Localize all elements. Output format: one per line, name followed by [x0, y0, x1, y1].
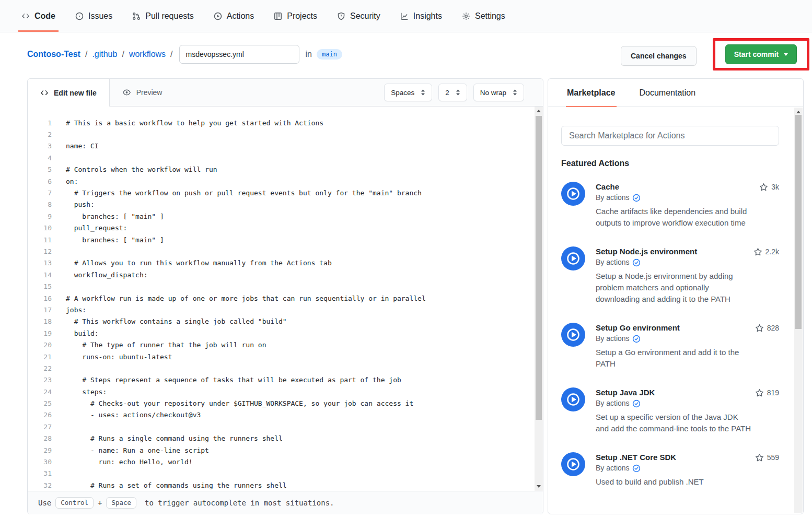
- star-icon[interactable]: [755, 324, 764, 333]
- line-text: runs-on: ubuntu-latest: [52, 353, 172, 361]
- marketplace-action-card: Setup Go environment By actions Setup a …: [561, 323, 779, 370]
- tab-marketplace[interactable]: Marketplace: [567, 79, 616, 107]
- code-line: 8 push:: [28, 199, 535, 210]
- play-circle-icon: [214, 12, 222, 20]
- nav-tab-label: Issues: [88, 11, 112, 21]
- code-icon: [21, 12, 30, 20]
- action-title[interactable]: Setup Node.js environment: [596, 246, 752, 257]
- marketplace-search-input[interactable]: [561, 126, 779, 146]
- line-number: 10: [28, 224, 52, 232]
- nav-tab-label: Projects: [287, 11, 317, 21]
- line-text: # Runs a set of commands using the runne…: [52, 481, 287, 489]
- star-icon[interactable]: [753, 248, 762, 256]
- code-line: 7 # Triggers the workflow on push or pul…: [28, 187, 535, 198]
- code-icon: [40, 89, 49, 97]
- line-number: 5: [28, 166, 52, 173]
- tab-edit-new-file[interactable]: Edit new file: [28, 79, 110, 107]
- action-title[interactable]: Setup .NET Core SDK: [596, 452, 752, 463]
- action-title[interactable]: Setup Java JDK: [596, 387, 752, 398]
- nav-tab-actions[interactable]: Actions: [211, 0, 257, 32]
- code-line: 11 branches: [ "main" ]: [28, 234, 535, 245]
- indent-size-select[interactable]: 2: [438, 84, 467, 101]
- indent-mode-select[interactable]: Spaces: [384, 84, 432, 101]
- in-branch-label: in: [306, 50, 312, 59]
- breadcrumb-separator: /: [170, 50, 172, 59]
- scroll-up-arrow-icon[interactable]: [796, 111, 801, 113]
- wrap-mode-select[interactable]: No wrap: [473, 84, 524, 101]
- line-number: 9: [28, 213, 52, 220]
- action-play-icon[interactable]: [561, 387, 585, 434]
- code-line: 5# Controls when the workflow will run: [28, 164, 535, 175]
- line-number: 30: [28, 458, 52, 466]
- marketplace-scrollbar[interactable]: [794, 108, 803, 513]
- nav-tab-settings[interactable]: Settings: [459, 0, 508, 32]
- line-number: 2: [28, 131, 52, 138]
- nav-tab-insights[interactable]: Insights: [397, 0, 445, 32]
- tab-documentation[interactable]: Documentation: [640, 79, 696, 107]
- filename-input[interactable]: [179, 45, 299, 64]
- branch-badge: main: [317, 49, 342, 60]
- line-number: 22: [28, 364, 52, 372]
- marketplace-action-card: Setup Java JDK By actions Set up a speci…: [561, 387, 779, 434]
- scroll-up-arrow-icon[interactable]: [537, 110, 541, 112]
- marketplace-scrollbar-thumb[interactable]: [795, 115, 802, 329]
- line-number: 14: [28, 271, 52, 279]
- action-play-icon[interactable]: [561, 452, 585, 488]
- nav-tab-issues[interactable]: Issues: [72, 0, 115, 32]
- action-author: By actions: [596, 192, 630, 203]
- action-title[interactable]: Setup Go environment: [596, 323, 752, 333]
- action-description: Cache artifacts like dependencies and bu…: [596, 206, 752, 229]
- dropdown-caret-icon: [784, 53, 788, 56]
- line-number: 28: [28, 434, 52, 442]
- breadcrumb-dir-workflows[interactable]: workflows: [129, 50, 166, 59]
- line-number: 19: [28, 329, 52, 337]
- breadcrumb-dir-github[interactable]: .github: [92, 50, 117, 59]
- project-board-icon: [274, 12, 282, 20]
- line-text: branches: [ "main" ]: [52, 213, 164, 220]
- marketplace-action-card: Setup .NET Core SDK By actions Used to b…: [561, 452, 779, 488]
- updown-arrows-icon: [421, 89, 425, 96]
- breadcrumb-repo-link[interactable]: Contoso-Test: [27, 50, 80, 59]
- editor-scrollbar[interactable]: [535, 107, 543, 491]
- star-icon[interactable]: [759, 183, 768, 192]
- repo-nav: Code Issues Pull requests Actions Projec…: [0, 0, 812, 32]
- action-play-icon[interactable]: [561, 182, 585, 229]
- hint-prefix: Use: [38, 499, 51, 507]
- action-author: By actions: [596, 333, 630, 344]
- scroll-down-arrow-icon[interactable]: [537, 485, 541, 488]
- star-icon[interactable]: [755, 453, 764, 462]
- verified-badge-icon: [632, 335, 641, 343]
- marketplace-action-card: Setup Node.js environment By actions Set…: [561, 246, 779, 305]
- line-number: 32: [28, 481, 52, 489]
- tab-preview[interactable]: Preview: [110, 79, 175, 106]
- nav-tab-code[interactable]: Code: [18, 0, 59, 32]
- code-lines[interactable]: 1# This is a basic workflow to help you …: [28, 107, 535, 491]
- nav-tab-security[interactable]: Security: [334, 0, 384, 32]
- nav-tab-projects[interactable]: Projects: [271, 0, 320, 32]
- code-line: 18 # This workflow contains a single job…: [28, 316, 535, 327]
- shield-icon: [337, 12, 345, 20]
- star-icon[interactable]: [755, 388, 764, 397]
- line-number: 20: [28, 341, 52, 349]
- hint-plus: +: [98, 499, 102, 507]
- action-title[interactable]: Cache: [596, 182, 752, 192]
- code-line: 13 # Allows you to run this workflow man…: [28, 257, 535, 269]
- code-line: 12: [28, 245, 535, 257]
- code-editor[interactable]: 1# This is a basic workflow to help you …: [28, 107, 543, 491]
- line-number: 4: [28, 154, 52, 162]
- line-text: # Checks-out your repository under $GITH…: [52, 399, 413, 407]
- cancel-changes-button[interactable]: Cancel changes: [621, 46, 697, 66]
- line-text: # Controls when the workflow will run: [52, 166, 217, 173]
- start-commit-button[interactable]: Start commit: [725, 44, 797, 64]
- line-text: jobs:: [52, 306, 86, 314]
- line-number: 17: [28, 306, 52, 314]
- action-play-icon[interactable]: [561, 323, 585, 370]
- featured-actions-heading: Featured Actions: [561, 159, 779, 168]
- nav-tab-pull-requests[interactable]: Pull requests: [129, 0, 197, 32]
- start-commit-label: Start commit: [734, 50, 779, 58]
- action-play-icon[interactable]: [561, 246, 585, 305]
- code-line: 2: [28, 128, 535, 140]
- verified-badge-icon: [632, 258, 641, 267]
- editor-scrollbar-thumb[interactable]: [536, 116, 542, 420]
- code-line: 26 - uses: actions/checkout@v3: [28, 409, 535, 421]
